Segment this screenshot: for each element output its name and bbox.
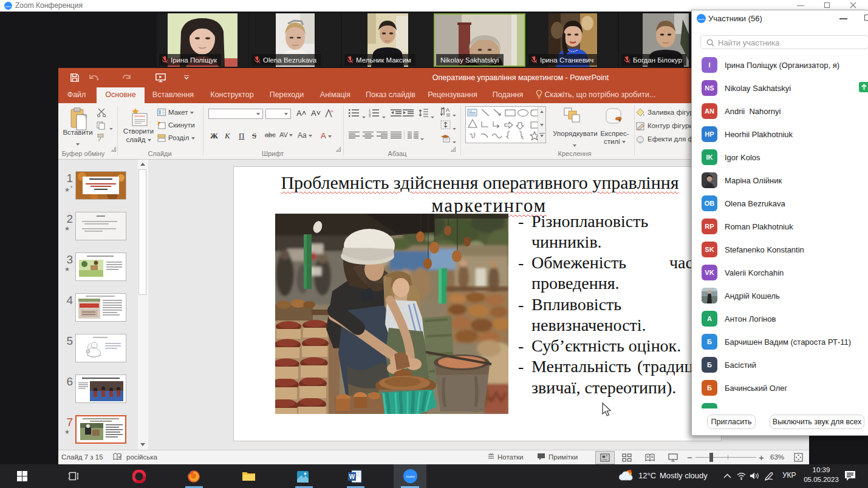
svg-text:zoom: zoom: [406, 475, 415, 478]
svg-text:W: W: [349, 473, 355, 480]
svg-text:3: 3: [369, 114, 371, 117]
svg-text:zoom: zoom: [5, 5, 12, 8]
svg-text:zoom: zoom: [698, 18, 705, 21]
svg-text:A: A: [446, 107, 449, 113]
